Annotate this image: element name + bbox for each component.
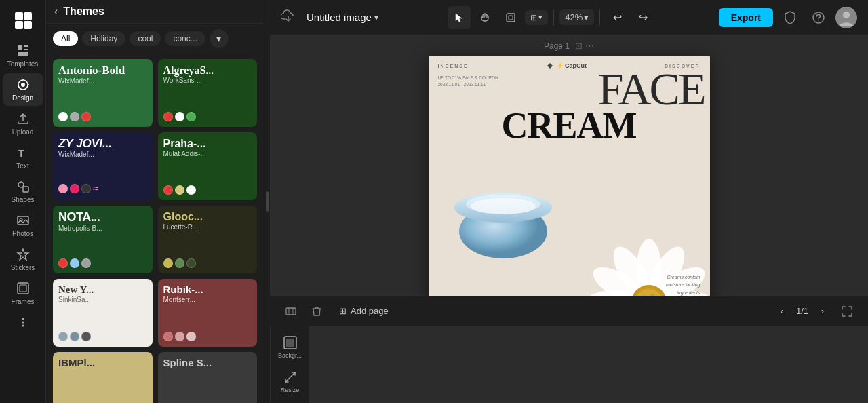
theme-card-newy[interactable]: New Y... SinkinSa... [53, 279, 153, 347]
add-page-button[interactable]: ⊞ Add page [332, 303, 395, 319]
resize-panel-item[interactable]: Resize [273, 366, 307, 398]
left-sidebar: Templates Design Upload T Text [0, 0, 46, 403]
add-page-label: Add page [351, 306, 389, 316]
toolbar-divider-2 [599, 9, 600, 26]
theme-card-spline[interactable]: Spline S... [158, 352, 258, 403]
page-media-icon[interactable]: ⊡ [575, 41, 583, 51]
sidebar-item-design[interactable]: Design [3, 73, 43, 106]
theme-colors [58, 258, 147, 268]
timeline-button[interactable] [281, 301, 301, 322]
sidebar-item-more[interactable] [3, 311, 43, 334]
next-page-button[interactable]: › [814, 303, 831, 320]
theme-font-sub: WixMadef... [58, 151, 147, 158]
top-toolbar: Untitled image ▾ ⊞ [270, 0, 868, 35]
theme-font-name: AlgreyaS... [163, 64, 252, 77]
color-swatch [186, 258, 196, 268]
theme-card-algreya[interactable]: AlgreyaS... WorkSans-... [158, 59, 258, 127]
text-label: Text [16, 162, 28, 170]
theme-font-sub: WorkSans-... [163, 77, 252, 84]
theme-colors [163, 332, 252, 341]
filter-all[interactable]: All [53, 31, 78, 46]
document-title[interactable]: Untitled image ▾ [301, 9, 384, 26]
back-button[interactable]: ‹ [54, 5, 58, 18]
theme-card-glooc[interactable]: Glooc... Lucette-R... [158, 206, 258, 273]
color-swatch [163, 112, 173, 121]
user-avatar[interactable] [835, 7, 857, 28]
theme-font-sub: WixMadef... [58, 77, 147, 85]
shield-icon-button[interactable] [778, 6, 802, 29]
theme-font-name: ZY JOVI... [58, 138, 147, 151]
cream-jar-svg [442, 167, 564, 262]
poster-logo: ⚡ CapCut [547, 62, 587, 69]
theme-card-ibm[interactable]: IBMPl... [53, 352, 153, 403]
theme-card-nota[interactable]: NOTA... Metropolis-B... [53, 206, 153, 273]
svg-point-19 [22, 318, 24, 320]
zoom-control[interactable]: 42% ▾ [559, 9, 594, 25]
select-tool-button[interactable] [448, 6, 471, 29]
canvas-container: Page 1 ⊡ ⋯ INCENSE ⚡ CapCut DI [270, 35, 868, 296]
color-swatch [163, 258, 173, 268]
color-swatch [186, 112, 196, 121]
svg-rect-51 [286, 308, 296, 315]
redo-button[interactable]: ↪ [631, 6, 654, 29]
more-icon [16, 315, 31, 330]
hand-tool-button[interactable] [473, 6, 496, 29]
theme-font-sub: Lucette-R... [163, 223, 252, 231]
theme-colors: ≈ [58, 183, 147, 195]
color-swatch [58, 112, 68, 121]
zoom-chevron-icon: ▾ [584, 12, 589, 22]
frame-dropdown[interactable]: ⊞ ▾ [525, 10, 548, 25]
color-swatch [58, 184, 68, 193]
frame-tool-button[interactable] [499, 6, 522, 29]
color-swatch [58, 258, 68, 268]
help-icon-button[interactable] [807, 6, 830, 29]
page-more-icon[interactable]: ⋯ [585, 41, 594, 51]
stickers-label: Stickers [11, 264, 35, 271]
undo-button[interactable]: ↩ [606, 6, 629, 29]
color-swatch [186, 332, 196, 341]
filter-conc[interactable]: conc... [165, 31, 205, 46]
cloud-save-icon[interactable] [281, 9, 296, 25]
color-swatch [81, 184, 91, 193]
photos-label: Photos [12, 230, 33, 237]
title-chevron-icon: ▾ [374, 13, 378, 22]
svg-rect-55 [286, 339, 294, 347]
export-button[interactable]: Export [719, 8, 773, 27]
sidebar-item-stickers[interactable]: Stickers [3, 243, 43, 275]
color-swatch [175, 185, 184, 195]
right-panel: Backgr... Resize [270, 326, 309, 403]
svg-rect-6 [24, 49, 28, 50]
photos-icon [16, 213, 31, 228]
prev-page-button[interactable]: ‹ [773, 303, 791, 320]
color-swatch [70, 184, 79, 193]
resize-handle[interactable] [264, 0, 270, 403]
svg-point-30 [471, 198, 536, 214]
resize-dots [266, 191, 269, 212]
canvas-frame[interactable]: INCENSE ⚡ CapCut DISCOVER UP TO 51% SALE… [429, 56, 710, 296]
canvas-wrapper: INCENSE ⚡ CapCut DISCOVER UP TO 51% SALE… [429, 56, 710, 296]
theme-font-name: Glooc... [163, 211, 252, 223]
sidebar-item-text[interactable]: T Text [3, 141, 43, 174]
theme-card-antonio[interactable]: Antonio-Bold WixMadef... [53, 59, 153, 127]
svg-rect-23 [509, 16, 513, 20]
fullscreen-button[interactable] [837, 301, 857, 322]
theme-card-zyjovi[interactable]: ZY JOVI... WixMadef... ≈ [53, 132, 153, 200]
color-swatch [163, 332, 173, 341]
page-number: 1/1 [796, 306, 808, 316]
filter-cool[interactable]: cool [130, 31, 161, 46]
color-swatch [175, 112, 184, 121]
theme-card-rubik[interactable]: Rubik-... Montserr... [158, 279, 258, 347]
theme-card-praha[interactable]: Praha-... Mulat Addis-... [158, 132, 258, 200]
sidebar-item-shapes[interactable]: Shapes [3, 175, 43, 208]
svg-rect-1 [24, 12, 32, 20]
filter-more-button[interactable]: ▾ [210, 29, 229, 48]
filter-holiday[interactable]: Holiday [82, 31, 125, 46]
app-logo[interactable] [3, 5, 43, 35]
sidebar-item-templates[interactable]: Templates [3, 39, 43, 72]
sidebar-item-photos[interactable]: Photos [3, 209, 43, 242]
delete-button[interactable] [307, 301, 327, 322]
background-panel-item[interactable]: Backgr... [273, 331, 307, 363]
sidebar-item-frames[interactable]: Frames [3, 277, 43, 309]
sidebar-item-upload[interactable]: Upload [3, 107, 43, 140]
design-icon [16, 77, 31, 92]
